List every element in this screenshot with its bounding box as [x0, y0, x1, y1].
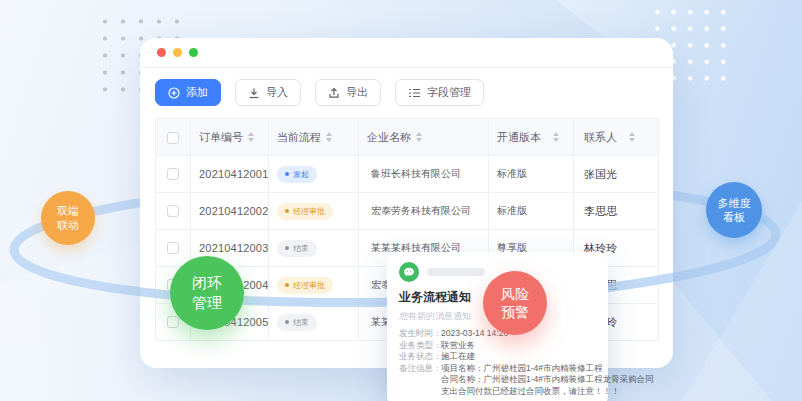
export-button[interactable]: 导出 [315, 79, 381, 106]
list-icon [408, 87, 421, 99]
feature-bubble-risk-warning: 风险预警 [483, 271, 547, 335]
field-manage-button-label: 字段管理 [427, 85, 471, 100]
page: 添加 导入 导出 字段管理 [0, 0, 802, 401]
notification-fields: 发生时间：2023-03-14 14:26 业务类型：联营业务 业务状态：施工在… [399, 328, 596, 397]
order-number-cell: 20210412002 [191, 193, 269, 230]
flow-status-badge: 经理审批 [277, 277, 333, 294]
notification-field: 支出合同付款已经超过合同收票，请注意！！！ [399, 386, 596, 398]
header-version: 开通版本 [497, 130, 541, 145]
maximize-dot-icon[interactable] [189, 48, 198, 57]
toolbar: 添加 导入 导出 字段管理 [155, 79, 484, 106]
order-number-cell: 20210412001 [191, 156, 269, 193]
header-contact: 联系人 [584, 130, 617, 145]
version-cell: 标准版 [489, 193, 574, 230]
export-button-label: 导出 [346, 85, 368, 100]
import-button-label: 导入 [266, 85, 288, 100]
feature-bubble-dual-link: 双端联动 [41, 191, 95, 245]
feature-bubble-multi-dashboard: 多维度看板 [706, 182, 762, 238]
table-row: 20210412001 发起 鲁班长科技有限公司 标准版 张国光 [156, 156, 659, 193]
flow-status-badge: 结束 [277, 314, 317, 331]
notification-field: 业务类型：联营业务 [399, 340, 596, 352]
table-header-row: 订单编号 当前流程 企业名称 开通版本 联系人 [156, 119, 659, 156]
close-dot-icon[interactable] [157, 48, 166, 57]
company-cell: 宏泰劳务科技有限公司 [359, 193, 489, 230]
header-company: 企业名称 [367, 130, 411, 145]
field-manage-button[interactable]: 字段管理 [395, 79, 484, 106]
notification-field: 备注信息：项目名称：广州碧桂园1-4#市内精装修工程 [399, 363, 596, 375]
upload-icon [328, 87, 340, 99]
version-cell: 标准版 [489, 156, 574, 193]
contact-cell: 张国光 [574, 156, 659, 193]
flow-status-badge: 发起 [277, 166, 317, 183]
flow-status-badge: 经理审批 [277, 203, 333, 220]
header-current-flow: 当前流程 [277, 130, 321, 145]
sort-icon[interactable] [248, 132, 254, 142]
notification-field: 合同名称：广州碧桂园1-4#市内精装修工程龙骨采购合同 [399, 374, 596, 386]
add-button-label: 添加 [186, 85, 208, 100]
add-button[interactable]: 添加 [155, 79, 221, 106]
notification-field: 业务状态：施工在建 [399, 351, 596, 363]
window-titlebar [140, 38, 673, 68]
sort-icon[interactable] [326, 132, 332, 142]
company-cell: 鲁班长科技有限公司 [359, 156, 489, 193]
minimize-dot-icon[interactable] [173, 48, 182, 57]
sort-icon[interactable] [553, 132, 559, 142]
flow-status-badge: 结束 [277, 240, 317, 257]
download-icon [248, 87, 260, 99]
plus-circle-icon [168, 87, 180, 99]
import-button[interactable]: 导入 [235, 79, 301, 106]
contact-cell: 李思思 [574, 193, 659, 230]
sort-icon[interactable] [416, 132, 422, 142]
select-all-checkbox[interactable] [167, 132, 179, 144]
row-checkbox[interactable] [167, 242, 179, 254]
header-order-number: 订单编号 [199, 130, 243, 145]
wechat-icon [399, 262, 419, 282]
row-checkbox[interactable] [167, 205, 179, 217]
row-checkbox[interactable] [167, 316, 179, 328]
table-row: 20210412002 经理审批 宏泰劳务科技有限公司 标准版 李思思 [156, 193, 659, 230]
sort-icon[interactable] [629, 132, 635, 142]
feature-bubble-closed-loop: 闭环管理 [170, 256, 244, 330]
row-checkbox[interactable] [167, 168, 179, 180]
sender-placeholder [427, 268, 485, 276]
